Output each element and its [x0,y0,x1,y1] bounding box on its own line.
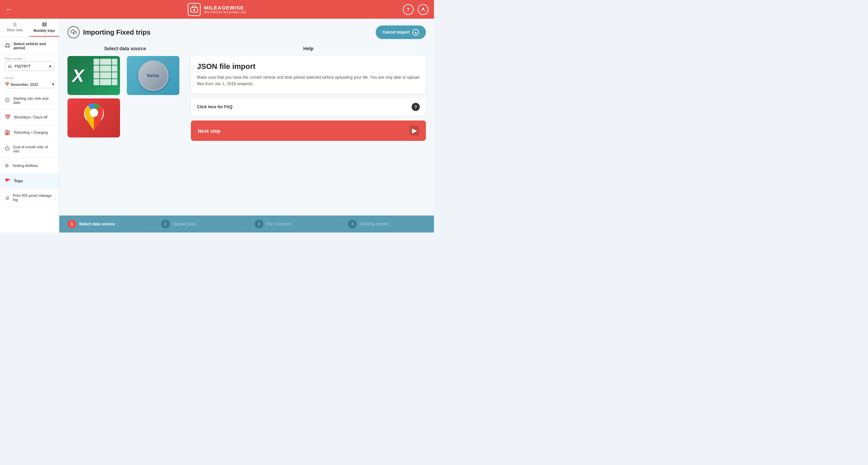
sidebar-item-trips[interactable]: 🚩 Trips [0,173,59,189]
page-title-area: Importing Fixed trips [67,26,151,38]
excel-table [94,59,117,89]
faq-row[interactable]: Click here for FAQ ? [191,98,426,116]
google-maps-card[interactable] [67,98,120,137]
excel-x-letter: X [72,66,84,86]
period-value: November, 2022 [11,82,38,87]
step-1: 1 Select data source [67,220,145,228]
trips-label: Trips [14,179,23,183]
volvo-logo: Volvo ↗ [138,60,169,91]
sidebar-tabs: ☰ Basic data Monthly trips [0,19,59,37]
setting-label: Setting AdWise [13,164,38,168]
tab-monthly-trips-label: Monthly trips [34,29,55,33]
sidebar: ☰ Basic data Monthly trips [0,19,59,232]
app-header: ← MILEAGEWISE IRS-PROOF MILEAGE LOG ? [0,0,434,19]
json-help-box: JSON file import Make sure that you have… [191,56,426,93]
tab-basic-data[interactable]: ☰ Basic data [0,19,29,37]
content-grid: Select data source X [67,46,426,141]
period-chevron-icon: ▾ [52,82,54,87]
cancel-import-label: Cancel import [382,30,410,35]
main-content: Importing Fixed trips Cancel import ■ Se… [59,19,434,216]
trips-icon: 🚩 [5,178,11,184]
step-divider-3 [335,224,345,224]
svg-line-13 [7,100,8,101]
step-1-label: Select data source [79,222,115,226]
brand-tagline: IRS-PROOF MILEAGE LOG [204,11,246,14]
app-layout: ☰ Basic data Monthly trips [0,19,434,232]
next-step-label: Next step [198,128,221,134]
sidebar-item-workdays[interactable]: 📅 Workdays / Days-off [0,110,59,125]
period-section: Period 📅 November, 2022 ▾ [0,74,59,92]
step-4: 4 Starting import [348,220,426,228]
main-area: Importing Fixed trips Cancel import ■ Se… [59,19,434,232]
plate-chevron-icon: ▾ [49,64,51,69]
plate-label: Plate number * [5,57,54,60]
refueling-label: Refueling / Charging [14,130,48,134]
brand-name: MILEAGEWISE [204,5,246,11]
step-3: 3 Pair columns [255,220,333,228]
period-label: Period [5,76,54,80]
svg-point-20 [90,108,98,117]
svg-point-1 [193,9,195,11]
step-3-number: 3 [255,220,263,228]
workdays-icon: 📅 [5,114,11,120]
sidebar-item-end-month[interactable]: End-of-month mile of odo [0,140,59,158]
print-icon: 🖨 [5,195,9,200]
app-logo: MILEAGEWISE IRS-PROOF MILEAGE LOG [188,3,246,16]
step-4-number: 4 [348,220,357,228]
sidebar-item-setting[interactable]: ⚙ Setting AdWise [0,158,59,173]
next-arrow-icon: ▶ [410,126,419,135]
data-source-title: Select data source [67,46,183,51]
tab-monthly-trips[interactable]: Monthly trips [29,19,59,37]
step-2-label: Upload data [173,222,196,226]
data-source-grid: X Vo [67,56,183,137]
svg-point-2 [422,7,424,9]
faq-icon: ? [412,103,420,111]
step-divider-1 [148,224,158,224]
plate-value: FN278YT [15,64,31,68]
step-3-label: Pair columns [266,222,292,226]
stop-icon: ■ [412,29,419,36]
cancel-import-button[interactable]: Cancel import ■ [376,25,426,39]
step-divider-2 [242,224,252,224]
step-1-number: 1 [67,220,76,228]
plate-icon: 🗂 [8,64,12,69]
help-button[interactable]: ? [403,4,414,15]
plate-select[interactable]: 🗂 FN278YT ▾ [5,61,54,71]
starting-odo-label: Starting odo mile and date [13,96,54,105]
step-2: 2 Upload data [161,220,239,228]
maps-pin-svg [82,103,106,133]
vehicle-label: Select vehicle and period [14,42,54,50]
plate-section: Plate number * 🗂 FN278YT ▾ [0,55,59,74]
calendar-icon: 📅 [5,82,9,87]
json-help-title: JSON file import [197,62,420,71]
period-select[interactable]: 📅 November, 2022 ▾ [5,81,54,88]
sidebar-item-starting-odo[interactable]: Starting odo mile and date [0,92,59,110]
tab-basic-data-label: Basic data [7,28,23,32]
monthly-trips-icon [42,22,47,28]
volvo-text: Volvo [147,73,159,78]
header-actions: ? [403,4,429,15]
sidebar-vehicle-header: Select vehicle and period [0,37,59,55]
logo-icon [188,3,201,16]
steps-footer: 1 Select data source 2 Upload data 3 Pai… [59,216,434,232]
svg-rect-3 [42,23,46,26]
back-button[interactable]: ← [5,5,13,14]
user-button[interactable] [418,4,429,15]
upload-icon [67,26,80,38]
sidebar-item-print[interactable]: 🖨 Print IRS-proof mileage log [0,189,59,207]
data-source-section: Select data source X [67,46,183,141]
end-month-icon [5,146,10,152]
volvo-arrow-icon: ↗ [165,59,170,66]
volvo-card[interactable]: Volvo ↗ [127,56,179,95]
help-title: Help [191,46,426,51]
end-month-label: End-of-month mile of odo [13,145,54,153]
vehicle-icon [5,43,10,49]
page-header: Importing Fixed trips Cancel import ■ [67,25,426,39]
step-2-number: 2 [161,220,170,228]
next-step-button[interactable]: Next step ▶ [191,120,426,141]
sidebar-item-refueling[interactable]: ⛽ Refueling / Charging [0,125,59,140]
excel-card[interactable]: X [67,56,120,95]
print-label: Print IRS-proof mileage log [13,193,54,202]
faq-label: Click here for FAQ [197,105,233,109]
json-help-text: Make sure that you have the correct vehi… [197,74,420,87]
